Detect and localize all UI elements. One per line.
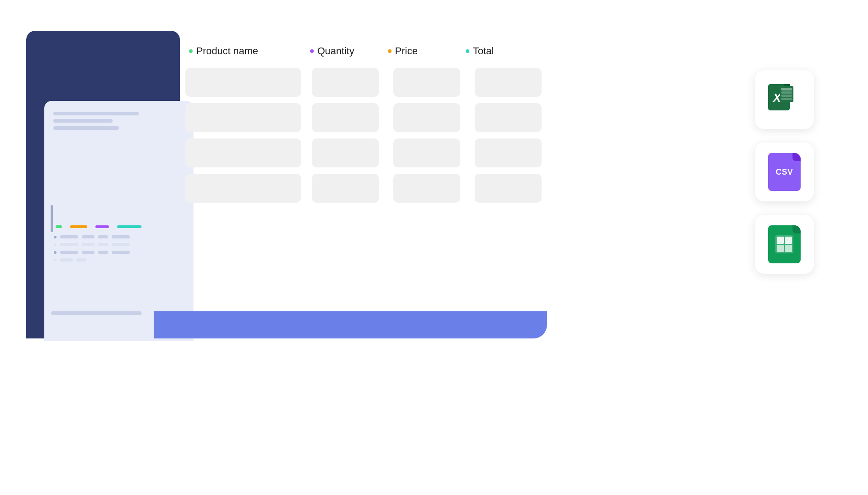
- sheets-icon: [768, 225, 801, 263]
- grid-cell: [785, 245, 792, 252]
- mini-row: [54, 251, 182, 254]
- header-dot-green: [189, 49, 193, 53]
- main-table-area: Product name Quantity Price Total: [185, 45, 547, 203]
- skeleton-lines: [44, 101, 193, 130]
- blue-accent-bar: [154, 311, 547, 338]
- svg-rect-4: [781, 88, 792, 90]
- table-row: [185, 174, 547, 203]
- table-headers: Product name Quantity Price Total: [185, 45, 547, 57]
- column-label-product: Product name: [196, 45, 258, 57]
- table-cell-product: [185, 68, 301, 97]
- mini-cell: [112, 243, 130, 246]
- column-header-quantity: Quantity: [310, 45, 388, 57]
- mini-cell: [98, 243, 108, 246]
- table-cell-quantity: [312, 68, 379, 97]
- csv-icon: CSV: [768, 153, 801, 191]
- color-bar-purple: [95, 225, 109, 228]
- column-header-product: Product name: [189, 45, 310, 57]
- sheets-icon-card[interactable]: [755, 215, 814, 274]
- skeleton-line: [53, 112, 139, 115]
- mini-dot: [54, 236, 57, 238]
- column-label-price: Price: [395, 45, 418, 57]
- excel-icon-card[interactable]: X: [755, 70, 814, 129]
- mini-cell: [98, 235, 108, 238]
- table-cell-quantity: [312, 174, 379, 203]
- table-cell-product: [185, 138, 301, 167]
- color-bar-orange: [70, 225, 87, 228]
- mini-row: [54, 243, 182, 246]
- table-cell-price: [393, 103, 460, 132]
- mini-cell: [60, 243, 78, 246]
- table-cell-total: [475, 103, 542, 132]
- mini-dot: [54, 251, 57, 254]
- mini-cell: [76, 258, 86, 262]
- column-label-total: Total: [473, 45, 494, 57]
- mini-cell: [82, 251, 94, 254]
- mini-cell: [112, 235, 130, 238]
- color-bar-green: [56, 225, 62, 228]
- table-row: [185, 138, 547, 167]
- table-row: [185, 68, 547, 97]
- mini-cell: [112, 251, 130, 254]
- mini-row: [54, 258, 182, 262]
- mini-table-skeleton: [51, 235, 184, 266]
- grid-cell: [777, 245, 784, 252]
- mini-cell: [60, 251, 78, 254]
- mini-cell: [60, 235, 78, 238]
- grid-cell: [777, 237, 784, 244]
- file-format-icons-panel: X CSV: [755, 70, 814, 274]
- mini-dot: [54, 259, 57, 262]
- table-cell-product: [185, 174, 301, 203]
- table-cell-product: [185, 103, 301, 132]
- table-cell-total: [475, 138, 542, 167]
- table-cell-price: [393, 174, 460, 203]
- table-cell-quantity: [312, 103, 379, 132]
- table-body: [185, 68, 547, 203]
- table-cell-total: [475, 174, 542, 203]
- svg-rect-5: [781, 91, 792, 94]
- csv-icon-card[interactable]: CSV: [755, 143, 814, 201]
- skeleton-line: [53, 119, 113, 123]
- skeleton-line: [53, 126, 119, 130]
- side-accent-bar: [51, 205, 53, 232]
- table-cell-price: [393, 68, 460, 97]
- table-cell-quantity: [312, 138, 379, 167]
- csv-icon-text: CSV: [776, 167, 793, 177]
- table-cell-price: [393, 138, 460, 167]
- mini-row: [54, 235, 182, 238]
- column-header-price: Price: [388, 45, 466, 57]
- column-label-quantity: Quantity: [317, 45, 354, 57]
- svg-rect-6: [781, 95, 792, 97]
- mini-cell: [82, 243, 94, 246]
- table-cell-total: [475, 68, 542, 97]
- header-dot-purple: [310, 49, 314, 53]
- color-bars-row: [51, 225, 184, 228]
- header-dot-orange: [388, 49, 392, 53]
- mini-dot: [54, 243, 57, 246]
- svg-rect-7: [781, 98, 792, 100]
- mini-cell: [82, 235, 94, 238]
- excel-icon: X: [766, 81, 802, 118]
- grid-cell: [785, 237, 792, 244]
- header-dot-teal: [466, 49, 469, 53]
- column-header-total: Total: [466, 45, 543, 57]
- light-panel-shape: [44, 101, 193, 341]
- left-illustration: [26, 31, 189, 347]
- mini-cell: [98, 251, 108, 254]
- mini-cell: [60, 258, 73, 262]
- bottom-skeleton-bar: [51, 311, 142, 315]
- sheets-grid: [775, 235, 793, 253]
- color-bar-teal: [117, 225, 142, 228]
- table-row: [185, 103, 547, 132]
